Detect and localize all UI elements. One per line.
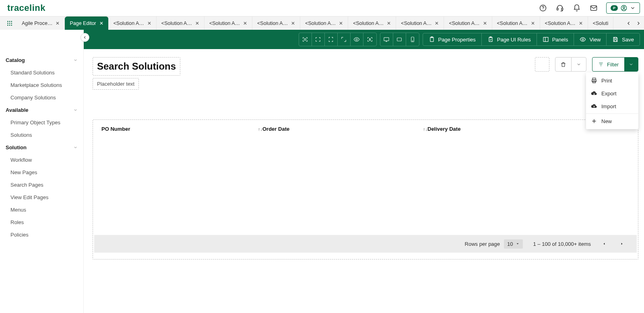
- viewport-tool-1-icon[interactable]: [299, 33, 312, 46]
- column-header-order-date[interactable]: Order Date ↑↓: [262, 126, 427, 132]
- page-title-placeholder[interactable]: Search Solutions: [93, 57, 180, 76]
- caret-down-icon: [516, 242, 520, 246]
- collapse-sidebar-icon[interactable]: [80, 33, 89, 42]
- messages-icon[interactable]: [589, 4, 598, 12]
- pager-prev[interactable]: [601, 241, 607, 247]
- trash-button[interactable]: [555, 58, 571, 71]
- empty-slot-placeholder[interactable]: [535, 57, 549, 72]
- sidebar-group-header[interactable]: Solution: [0, 141, 83, 154]
- tab-close-icon[interactable]: ✕: [243, 21, 247, 26]
- profile-menu[interactable]: P: [606, 2, 640, 14]
- dropdown-item-import[interactable]: Import: [586, 100, 638, 113]
- tab-item[interactable]: <Solution A…✕: [396, 16, 444, 30]
- sidebar-item[interactable]: Policies: [0, 229, 83, 241]
- device-tablet-icon[interactable]: [393, 33, 406, 46]
- tabs-scroll-left[interactable]: [625, 19, 633, 27]
- tab-close-icon[interactable]: ✕: [387, 21, 391, 26]
- page-subtitle-placeholder[interactable]: Placeholder text: [93, 78, 139, 90]
- tab-item[interactable]: <Solution A…✕: [348, 16, 396, 30]
- help-icon[interactable]: [539, 4, 547, 12]
- sidebar-item[interactable]: New Pages: [0, 166, 83, 179]
- user-circle-icon: [620, 4, 627, 12]
- tab-close-icon[interactable]: ✕: [339, 21, 343, 26]
- dropdown-item-new[interactable]: New: [586, 115, 638, 128]
- table-body-empty: [94, 137, 637, 235]
- sidebar-item[interactable]: Roles: [0, 216, 83, 229]
- sidebar-item[interactable]: Primary Object Types: [0, 116, 83, 129]
- tab-item[interactable]: <Solution A…✕: [252, 16, 300, 30]
- sidebar-item[interactable]: Solutions: [0, 129, 83, 141]
- page-properties-button[interactable]: Page Properties: [423, 33, 482, 45]
- device-desktop-icon[interactable]: [380, 33, 393, 46]
- tab-close-icon[interactable]: ✕: [195, 21, 199, 26]
- device-mobile-icon[interactable]: [406, 33, 419, 46]
- tab-item[interactable]: Page Editor✕: [65, 16, 108, 30]
- sidebar-item[interactable]: Workflow: [0, 154, 83, 166]
- trash-dropdown[interactable]: [571, 58, 586, 71]
- tab-close-icon[interactable]: ✕: [291, 21, 295, 26]
- sidebar-item[interactable]: Menus: [0, 204, 83, 216]
- rows-per-page-select[interactable]: 10: [504, 239, 522, 249]
- filter-button[interactable]: Filter: [592, 58, 624, 71]
- viewport-tool-2-icon[interactable]: [312, 33, 325, 46]
- tab-close-icon[interactable]: ✕: [147, 21, 151, 26]
- sidebar-group-header[interactable]: Catalog: [0, 54, 83, 66]
- page-ui-rules-button[interactable]: Page UI Rules: [482, 33, 537, 45]
- tab-item[interactable]: Agile Proce…✕: [17, 16, 65, 30]
- lock-viewport-icon[interactable]: [363, 33, 376, 46]
- sidebar-item[interactable]: View Edit Pages: [0, 191, 83, 204]
- tab-item[interactable]: <Solution A…✕: [300, 16, 348, 30]
- tab-label: <Solution A…: [449, 21, 479, 26]
- tab-close-icon[interactable]: ✕: [483, 21, 487, 26]
- tab-item[interactable]: <Solution A…✕: [444, 16, 492, 30]
- dropdown-item-print[interactable]: Print: [586, 74, 638, 87]
- tab-item[interactable]: <Solution A…✕: [157, 16, 204, 30]
- tab-label: Page Editor: [70, 21, 96, 26]
- apps-grid-icon[interactable]: [2, 16, 17, 30]
- view-button[interactable]: View: [574, 33, 607, 45]
- sidebar-item[interactable]: Marketplace Solutions: [0, 79, 83, 91]
- tabs-scroll-right[interactable]: [634, 19, 642, 27]
- tab-close-icon[interactable]: ✕: [579, 21, 583, 26]
- svg-point-11: [9, 23, 10, 24]
- tab-item[interactable]: <Solution A…✕: [540, 16, 588, 30]
- dropdown-label-export: Export: [601, 91, 617, 97]
- pager-next[interactable]: [619, 241, 625, 247]
- filter-split-button: Filter: [592, 57, 638, 72]
- save-button[interactable]: Save: [607, 33, 640, 45]
- viewport-tool-3-icon[interactable]: [325, 33, 338, 46]
- cloud-upload-icon: [591, 103, 597, 109]
- svg-rect-3: [561, 8, 563, 10]
- tab-close-icon[interactable]: ✕: [435, 21, 439, 26]
- data-table: PO Number ↑↓ Order Date ↑↓ Delivery Date…: [94, 121, 637, 258]
- column-header-po-number[interactable]: PO Number ↑↓: [101, 126, 262, 132]
- panels-button[interactable]: Panels: [537, 33, 574, 45]
- tab-label: <Soluti: [593, 21, 609, 26]
- sidebar-item[interactable]: Search Pages: [0, 179, 83, 191]
- svg-rect-18: [369, 39, 370, 40]
- sidebar-group-header[interactable]: Available: [0, 104, 83, 116]
- tab-item[interactable]: <Solution A…✕: [492, 16, 540, 30]
- dropdown-item-export[interactable]: Export: [586, 87, 638, 100]
- viewport-tool-4-icon[interactable]: [338, 33, 351, 46]
- preview-eye-icon[interactable]: [351, 33, 363, 46]
- tab-item[interactable]: <Solution A…✕: [204, 16, 252, 30]
- view-label: View: [589, 37, 601, 43]
- tab-item[interactable]: <Soluti: [588, 16, 614, 30]
- trash-icon: [560, 62, 566, 68]
- table-placeholder[interactable]: PO Number ↑↓ Order Date ↑↓ Delivery Date…: [93, 119, 638, 259]
- tab-label: <Solution A…: [161, 21, 192, 26]
- notifications-icon[interactable]: [572, 4, 581, 12]
- tab-item[interactable]: <Solution A…✕: [109, 16, 157, 30]
- sort-icon: ↑↓: [423, 127, 427, 132]
- sidebar-item[interactable]: Company Solutions: [0, 91, 83, 104]
- tab-close-icon[interactable]: ✕: [99, 21, 103, 26]
- support-icon[interactable]: [555, 4, 564, 12]
- sidebar-item[interactable]: Standard Solutions: [0, 66, 83, 79]
- filter-dropdown-toggle[interactable]: [624, 58, 638, 71]
- svg-rect-20: [397, 38, 402, 41]
- viewport-tools-group: [299, 33, 377, 46]
- tab-close-icon[interactable]: ✕: [56, 21, 60, 26]
- svg-point-13: [7, 25, 8, 26]
- tab-close-icon[interactable]: ✕: [531, 21, 535, 26]
